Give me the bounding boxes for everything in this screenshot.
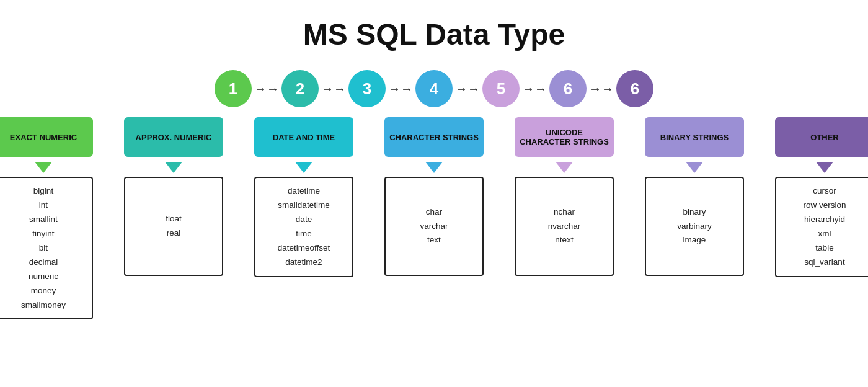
circle-1: 1 xyxy=(215,70,252,107)
detail-box-6: binaryvarbinaryimage xyxy=(645,177,744,276)
arrow-4: →→ xyxy=(522,82,547,96)
label-box-4: CHARACTER STRINGS xyxy=(384,117,484,157)
page-title: MS SQL Data Type xyxy=(303,17,565,51)
circle-5: 5 xyxy=(482,70,520,107)
node-4: 4 xyxy=(415,70,453,107)
arrow-3: →→ xyxy=(455,82,480,96)
detail-box-4: charvarchartext xyxy=(384,177,484,276)
detail-box-3: datetimesmalldatetimedatetimedatetimeoff… xyxy=(254,177,353,277)
arrow-5: →→ xyxy=(589,82,614,96)
node-7: 6 xyxy=(616,70,653,107)
label-box-1: EXACT NUMERIC xyxy=(0,117,93,157)
arrow-down-2 xyxy=(165,162,182,173)
arrow-down-5 xyxy=(556,162,573,173)
label-box-7: OTHER xyxy=(775,117,868,157)
col-3: DATE AND TIMEdatetimesmalldatetimedateti… xyxy=(254,109,353,277)
bottom-row: EXACT NUMERICbigintintsmallinttinyintbit… xyxy=(0,109,868,319)
arrow-2: →→ xyxy=(388,82,413,96)
label-box-3: DATE AND TIME xyxy=(254,117,353,157)
circle-3: 3 xyxy=(348,70,386,107)
label-box-2: APPROX. NUMERIC xyxy=(124,117,223,157)
node-3: 3 xyxy=(348,70,386,107)
circle-4: 4 xyxy=(415,70,453,107)
node-2: 2 xyxy=(281,70,319,107)
node-5: 5 xyxy=(482,70,520,107)
arrow-0: →→ xyxy=(254,82,279,96)
detail-box-7: cursorrow versionhierarchyidxmltablesql_… xyxy=(775,177,868,277)
label-box-6: BINARY STRINGS xyxy=(645,117,744,157)
col-6: BINARY STRINGSbinaryvarbinaryimage xyxy=(645,109,744,276)
col-4: CHARACTER STRINGScharvarchartext xyxy=(384,109,484,276)
circle-7: 6 xyxy=(616,70,653,107)
diagram: 1→→2→→3→→4→→5→→6→→6 EXACT NUMERICbiginti… xyxy=(0,70,868,319)
col-5: UNICODE CHARACTER STRINGSncharnvarcharnt… xyxy=(515,109,614,276)
col-7: OTHERcursorrow versionhierarchyidxmltabl… xyxy=(775,109,868,277)
detail-box-5: ncharnvarcharntext xyxy=(515,177,614,276)
col-1: EXACT NUMERICbigintintsmallinttinyintbit… xyxy=(0,109,93,319)
circle-6: 6 xyxy=(549,70,587,107)
timeline-row: 1→→2→→3→→4→→5→→6→→6 xyxy=(0,70,868,107)
arrow-down-4 xyxy=(425,162,443,173)
label-box-5: UNICODE CHARACTER STRINGS xyxy=(515,117,614,157)
circle-2: 2 xyxy=(281,70,319,107)
col-2: APPROX. NUMERICfloatreal xyxy=(124,109,223,276)
arrow-down-7 xyxy=(816,162,833,173)
node-6: 6 xyxy=(549,70,587,107)
node-1: 1 xyxy=(215,70,252,107)
arrow-down-1 xyxy=(35,162,52,173)
detail-box-2: floatreal xyxy=(124,177,223,276)
arrow-down-3 xyxy=(295,162,312,173)
detail-box-1: bigintintsmallinttinyintbitdecimalnumeri… xyxy=(0,177,93,319)
arrow-down-6 xyxy=(686,162,703,173)
arrow-1: →→ xyxy=(321,82,346,96)
